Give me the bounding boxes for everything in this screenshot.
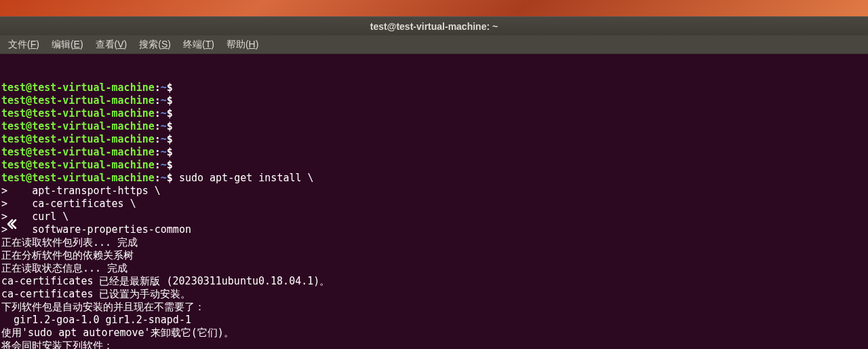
terminal-continuation-line: > ca-certificates \ xyxy=(1,198,867,210)
terminal-line: test@test-virtual-machine:~$ xyxy=(1,81,867,94)
terminal-continuation-line: > curl \ xyxy=(1,210,867,223)
terminal-output-line: 下列软件包是自动安装的并且现在不需要了： xyxy=(1,301,867,314)
terminal-output-line: 使用'sudo apt autoremove'来卸载它(它们)。 xyxy=(1,327,867,339)
menu-view[interactable]: 查看(V) xyxy=(90,36,133,54)
terminal-continuation-line: > apt-transport-https \ xyxy=(1,185,867,198)
terminal-line: test@test-virtual-machine:~$ xyxy=(1,133,867,146)
terminal-line: test@test-virtual-machine:~$ xyxy=(1,120,867,133)
menu-bar: 文件(F) 编辑(E) 查看(V) 搜索(S) 终端(T) 帮助(H) xyxy=(0,35,868,54)
menu-file[interactable]: 文件(F) xyxy=(3,36,45,54)
terminal-output-line: 正在分析软件包的依赖关系树 xyxy=(1,249,867,262)
terminal-line: test@test-virtual-machine:~$ xyxy=(1,94,867,107)
terminal-line: test@test-virtual-machine:~$ xyxy=(1,107,867,120)
terminal-output-line: ca-certificates 已设置为手动安装。 xyxy=(1,288,867,301)
terminal-output-line: 正在读取状态信息... 完成 xyxy=(1,262,867,275)
desktop-background xyxy=(0,0,868,16)
terminal-area[interactable]: test@test-virtual-machine:~$ test@test-v… xyxy=(0,54,868,349)
window-title-bar[interactable]: test@test-virtual-machine: ~ xyxy=(0,16,868,35)
terminal-continuation-line: > software-properties-common xyxy=(1,223,867,236)
terminal-output-line: gir1.2-goa-1.0 gir1.2-snapd-1 xyxy=(1,314,867,327)
terminal-line: test@test-virtual-machine:~$ xyxy=(1,159,867,172)
terminal-line: test@test-virtual-machine:~$ sudo apt-ge… xyxy=(1,172,867,185)
terminal-line: test@test-virtual-machine:~$ xyxy=(1,146,867,159)
back-arrow-icon[interactable] xyxy=(4,215,23,234)
menu-search[interactable]: 搜索(S) xyxy=(134,36,176,54)
terminal-output-line: 将会同时安装下列软件： xyxy=(1,339,867,349)
terminal-output-line: ca-certificates 已经是最新版 (20230311ubuntu0.… xyxy=(1,275,867,288)
menu-terminal[interactable]: 终端(T) xyxy=(178,36,220,54)
menu-help[interactable]: 帮助(H) xyxy=(221,36,264,54)
terminal-output-line: 正在读取软件包列表... 完成 xyxy=(1,236,867,249)
menu-edit[interactable]: 编辑(E) xyxy=(46,36,89,54)
window-title: test@test-virtual-machine: ~ xyxy=(370,21,498,32)
